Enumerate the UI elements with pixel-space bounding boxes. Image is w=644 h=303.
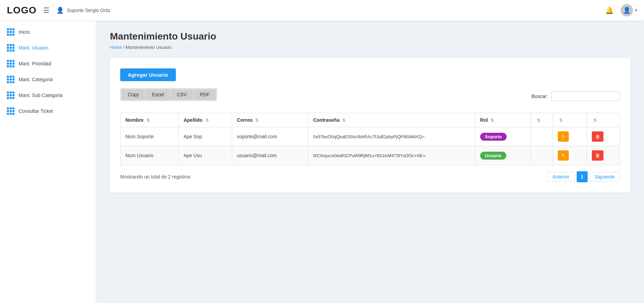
col-rol: Rol ⇅ — [475, 113, 530, 127]
chevron-down-icon: ▾ — [635, 8, 637, 13]
sort-icon-correo[interactable]: ⇅ — [255, 118, 259, 123]
page-number[interactable]: 1 — [577, 171, 588, 182]
prev-button[interactable]: Anterior — [547, 172, 575, 182]
delete-button-row0[interactable]: 🗑 — [592, 131, 603, 142]
sidebar-item-mant-usuario[interactable]: Mant. Usuario — [0, 40, 96, 56]
cell-actions2: ✎ — [553, 146, 587, 165]
header-left: LOGO ☰ 👤 Soporte Sergio Ortiz — [7, 5, 110, 16]
sidebar-label-mant-usuario: Mant. Usuario — [19, 45, 48, 51]
logo: LOGO — [7, 5, 36, 16]
cell-rol: Usuario — [475, 146, 530, 165]
edit-button-row1[interactable]: ✎ — [558, 150, 569, 161]
header: LOGO ☰ 👤 Soporte Sergio Ortiz 🔔 👤 ▾ — [0, 0, 644, 21]
col-apellido: Apellido ⇅ — [179, 113, 232, 127]
sidebar-label-mant-sub-categoria: Mant. Sub Categoria — [19, 93, 63, 98]
cell-actions1 — [531, 127, 553, 146]
table-wrapper: Nombre ⇅ Apellido ⇅ Correo ⇅ — [120, 113, 620, 165]
csv-button[interactable]: CSV — [171, 89, 193, 100]
edit-button-row0[interactable]: ✎ — [558, 131, 569, 142]
users-table: Nombre ⇅ Apellido ⇅ Correo ⇅ — [120, 113, 620, 165]
user-name: Soporte Sergio Ortiz — [67, 8, 110, 13]
table-row: Nom Soporte Ape Sop soporte@mail.com 0x9… — [121, 127, 620, 146]
table-row: Nom Usuario Ape Usu usuario@mail.com 0/C… — [121, 146, 620, 165]
col-correo-label: Correo — [237, 117, 253, 123]
grid-icon — [7, 44, 14, 52]
col-rol-label: Rol — [480, 117, 488, 123]
header-right: 🔔 👤 ▾ — [605, 4, 637, 17]
sidebar-item-inicio[interactable]: Inicio — [0, 24, 96, 40]
sidebar-label-mant-categoria: Mant. Categoria — [19, 77, 53, 82]
export-toolbar: Copy Excel CSV PDF — [120, 88, 217, 101]
breadcrumb-home[interactable]: Home — [110, 45, 122, 50]
cell-contrasena: 0/C0rqucxGkdKlCPuW9RjM1u+9S1lcM473fYsDOc… — [308, 146, 475, 165]
breadcrumb-separator: / — [123, 45, 124, 50]
sort-icon-a3[interactable]: ⇅ — [593, 118, 597, 123]
layout: Inicio Mant. Usuario Mant. Prioridad — [0, 21, 644, 303]
pdf-button[interactable]: PDF — [194, 89, 216, 100]
next-button[interactable]: Siguiente — [590, 172, 620, 182]
col-correo: Correo ⇅ — [232, 113, 308, 127]
table-controls: Buscar: — [532, 91, 620, 101]
breadcrumb: Home / Mantenimiento Usuario — [110, 45, 630, 50]
cell-actions3: 🗑 — [587, 127, 620, 146]
main-card: Agregar Usuario Copy Excel CSV PDF Busca… — [110, 58, 630, 193]
search-input[interactable] — [551, 91, 620, 101]
sort-icon-a1[interactable]: ⇅ — [537, 118, 540, 123]
col-apellido-label: Apellido — [183, 117, 202, 123]
sort-icon-a2[interactable]: ⇅ — [559, 118, 563, 123]
search-label: Buscar: — [532, 94, 548, 99]
col-actions2: ⇅ — [553, 113, 587, 127]
sidebar-label-consultar-ticket: Consultar Ticket — [19, 108, 53, 114]
cell-actions1 — [531, 146, 553, 165]
hamburger-icon[interactable]: ☰ — [43, 6, 49, 14]
sidebar-item-mant-categoria[interactable]: Mant. Categoria — [0, 72, 96, 87]
sidebar: Inicio Mant. Usuario Mant. Prioridad — [0, 21, 96, 303]
cell-contrasena: 0x97buO0qQkaES5lxVbhRAc7fJuB2ybyPjQF6i5M… — [308, 127, 475, 146]
sort-icon-nombre[interactable]: ⇅ — [146, 118, 150, 123]
avatar-container[interactable]: 👤 ▾ — [621, 4, 637, 17]
page-title: Mantenimiento Usuario — [110, 31, 630, 42]
delete-button-row1[interactable]: 🗑 — [592, 150, 603, 161]
main-content: Mantenimiento Usuario Home / Mantenimien… — [96, 21, 644, 303]
cell-nombre: Nom Usuario — [121, 146, 179, 165]
sort-icon-contrasena[interactable]: ⇅ — [342, 118, 346, 123]
excel-button[interactable]: Excel — [146, 89, 170, 100]
cell-apellido: Ape Usu — [179, 146, 232, 165]
cell-actions2: ✎ — [553, 127, 587, 146]
col-contrasena: Contraseña ⇅ — [308, 113, 475, 127]
add-user-button[interactable]: Agregar Usuario — [120, 68, 176, 81]
cell-rol: Soporte — [475, 127, 530, 146]
col-actions1: ⇅ — [531, 113, 553, 127]
breadcrumb-current: Mantenimiento Usuario — [126, 45, 172, 50]
copy-button[interactable]: Copy — [122, 89, 145, 100]
cell-correo: soporte@mail.com — [232, 127, 308, 146]
bell-icon[interactable]: 🔔 — [605, 6, 614, 14]
table-header-row: Nombre ⇅ Apellido ⇅ Correo ⇅ — [121, 113, 620, 127]
pagination: Anterior 1 Siguiente — [547, 171, 620, 182]
grid-icon — [7, 107, 14, 115]
col-nombre: Nombre ⇅ — [121, 113, 179, 127]
sort-icon-apellido[interactable]: ⇅ — [205, 118, 209, 123]
role-badge: Usuario — [480, 152, 506, 160]
sidebar-label-mant-prioridad: Mant. Prioridad — [19, 61, 51, 66]
avatar: 👤 — [621, 4, 633, 17]
cell-correo: usuario@mail.com — [232, 146, 308, 165]
sidebar-item-mant-sub-categoria[interactable]: Mant. Sub Categoria — [0, 87, 96, 103]
cell-nombre: Nom Soporte — [121, 127, 179, 146]
grid-icon — [7, 76, 14, 83]
sort-icon-rol[interactable]: ⇅ — [490, 118, 494, 123]
sidebar-item-mant-prioridad[interactable]: Mant. Prioridad — [0, 56, 96, 72]
sidebar-item-consultar-ticket[interactable]: Consultar Ticket — [0, 103, 96, 119]
grid-icon — [7, 60, 14, 67]
grid-icon — [7, 28, 14, 36]
role-badge: Soporte — [480, 133, 507, 141]
col-contrasena-label: Contraseña — [313, 117, 339, 123]
cell-apellido: Ape Sop — [179, 127, 232, 146]
header-user: 👤 Soporte Sergio Ortiz — [56, 7, 110, 14]
grid-icon — [7, 91, 14, 99]
cell-actions3: 🗑 — [587, 146, 620, 165]
records-info: Mostrando un total de 2 registros — [120, 174, 191, 180]
col-actions3: ⇅ — [587, 113, 620, 127]
col-nombre-label: Nombre — [125, 117, 144, 123]
table-footer: Mostrando un total de 2 registros Anteri… — [120, 171, 620, 182]
